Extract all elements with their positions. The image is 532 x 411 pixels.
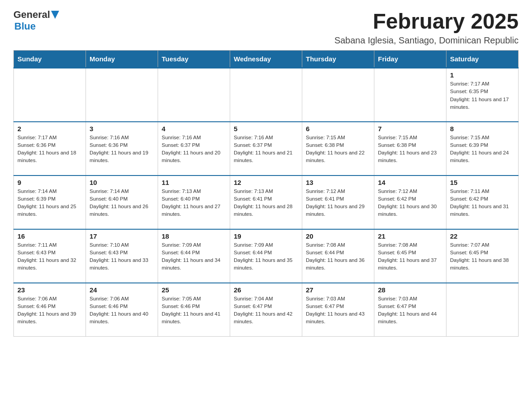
day-info: Sunrise: 7:16 AMSunset: 6:37 PMDaylight:…	[234, 134, 298, 165]
calendar-cell: 7Sunrise: 7:15 AMSunset: 6:38 PMDaylight…	[374, 122, 446, 176]
day-info: Sunrise: 7:14 AMSunset: 6:40 PMDaylight:…	[90, 188, 154, 218]
calendar-cell: 13Sunrise: 7:12 AMSunset: 6:41 PMDayligh…	[302, 176, 374, 229]
weekday-header-friday: Friday	[374, 51, 446, 68]
calendar-cell: 26Sunrise: 7:04 AMSunset: 6:47 PMDayligh…	[230, 283, 302, 337]
day-info: Sunrise: 7:15 AMSunset: 6:39 PMDaylight:…	[450, 134, 515, 165]
calendar-cell: 11Sunrise: 7:13 AMSunset: 6:40 PMDayligh…	[158, 176, 230, 229]
day-info: Sunrise: 7:15 AMSunset: 6:38 PMDaylight:…	[306, 134, 370, 165]
day-number: 27	[306, 286, 370, 294]
day-info: Sunrise: 7:08 AMSunset: 6:45 PMDaylight:…	[378, 241, 442, 272]
calendar-cell: 3Sunrise: 7:16 AMSunset: 6:36 PMDaylight…	[86, 122, 158, 176]
calendar-cell: 17Sunrise: 7:10 AMSunset: 6:43 PMDayligh…	[86, 229, 158, 283]
day-info: Sunrise: 7:06 AMSunset: 6:46 PMDaylight:…	[90, 295, 154, 326]
day-info: Sunrise: 7:12 AMSunset: 6:42 PMDaylight:…	[378, 188, 442, 218]
day-number: 22	[450, 232, 515, 240]
calendar-cell: 16Sunrise: 7:11 AMSunset: 6:43 PMDayligh…	[14, 229, 86, 283]
day-number: 25	[162, 286, 226, 294]
day-number: 13	[306, 179, 370, 186]
day-info: Sunrise: 7:05 AMSunset: 6:46 PMDaylight:…	[162, 295, 226, 326]
calendar-week-4: 16Sunrise: 7:11 AMSunset: 6:43 PMDayligh…	[14, 229, 519, 283]
day-info: Sunrise: 7:17 AMSunset: 6:35 PMDaylight:…	[450, 80, 515, 111]
logo: General Blue	[13, 9, 59, 32]
calendar-cell: 19Sunrise: 7:09 AMSunset: 6:44 PMDayligh…	[230, 229, 302, 283]
logo-blue-text: Blue	[14, 21, 36, 32]
day-number: 2	[17, 125, 82, 133]
day-info: Sunrise: 7:14 AMSunset: 6:39 PMDaylight:…	[17, 188, 82, 218]
day-number: 6	[306, 125, 370, 133]
calendar-cell: 18Sunrise: 7:09 AMSunset: 6:44 PMDayligh…	[158, 229, 230, 283]
weekday-header-thursday: Thursday	[302, 51, 374, 68]
calendar-header-row: SundayMondayTuesdayWednesdayThursdayFrid…	[14, 51, 519, 68]
calendar-cell: 10Sunrise: 7:14 AMSunset: 6:40 PMDayligh…	[86, 176, 158, 229]
day-number: 26	[234, 286, 298, 294]
day-info: Sunrise: 7:16 AMSunset: 6:36 PMDaylight:…	[90, 134, 154, 165]
calendar-cell: 5Sunrise: 7:16 AMSunset: 6:37 PMDaylight…	[230, 122, 302, 176]
calendar-cell	[230, 68, 302, 122]
day-number: 18	[162, 232, 226, 240]
day-info: Sunrise: 7:15 AMSunset: 6:38 PMDaylight:…	[378, 134, 442, 165]
calendar-week-5: 23Sunrise: 7:06 AMSunset: 6:46 PMDayligh…	[14, 283, 519, 337]
day-info: Sunrise: 7:09 AMSunset: 6:44 PMDaylight:…	[162, 241, 226, 272]
day-info: Sunrise: 7:11 AMSunset: 6:42 PMDaylight:…	[450, 188, 515, 218]
calendar-cell: 9Sunrise: 7:14 AMSunset: 6:39 PMDaylight…	[14, 176, 86, 229]
logo-triangle-icon	[51, 11, 59, 19]
calendar-cell: 22Sunrise: 7:07 AMSunset: 6:45 PMDayligh…	[446, 229, 519, 283]
day-number: 3	[90, 125, 154, 133]
calendar-cell	[446, 283, 519, 337]
day-number: 20	[306, 232, 370, 240]
day-number: 17	[90, 232, 154, 240]
calendar-cell: 20Sunrise: 7:08 AMSunset: 6:44 PMDayligh…	[302, 229, 374, 283]
day-number: 16	[17, 232, 82, 240]
day-number: 4	[162, 125, 226, 133]
day-info: Sunrise: 7:06 AMSunset: 6:46 PMDaylight:…	[17, 295, 82, 326]
calendar-cell: 14Sunrise: 7:12 AMSunset: 6:42 PMDayligh…	[374, 176, 446, 229]
day-info: Sunrise: 7:04 AMSunset: 6:47 PMDaylight:…	[234, 295, 298, 326]
logo-general-text: General	[13, 9, 50, 21]
weekday-header-sunday: Sunday	[14, 51, 86, 68]
calendar-cell: 12Sunrise: 7:13 AMSunset: 6:41 PMDayligh…	[230, 176, 302, 229]
day-info: Sunrise: 7:11 AMSunset: 6:43 PMDaylight:…	[17, 241, 82, 272]
calendar-cell: 4Sunrise: 7:16 AMSunset: 6:37 PMDaylight…	[158, 122, 230, 176]
day-number: 14	[378, 179, 442, 186]
calendar-cell: 23Sunrise: 7:06 AMSunset: 6:46 PMDayligh…	[14, 283, 86, 337]
calendar-cell: 6Sunrise: 7:15 AMSunset: 6:38 PMDaylight…	[302, 122, 374, 176]
day-number: 28	[378, 286, 442, 294]
weekday-header-monday: Monday	[86, 51, 158, 68]
calendar-cell	[158, 68, 230, 122]
day-number: 1	[450, 71, 515, 79]
day-info: Sunrise: 7:03 AMSunset: 6:47 PMDaylight:…	[306, 295, 370, 326]
day-info: Sunrise: 7:03 AMSunset: 6:47 PMDaylight:…	[378, 295, 442, 326]
day-info: Sunrise: 7:13 AMSunset: 6:40 PMDaylight:…	[162, 188, 226, 218]
logo-icon	[51, 11, 59, 19]
day-info: Sunrise: 7:09 AMSunset: 6:44 PMDaylight:…	[234, 241, 298, 272]
calendar-cell: 27Sunrise: 7:03 AMSunset: 6:47 PMDayligh…	[302, 283, 374, 337]
day-number: 12	[234, 179, 298, 186]
calendar-cell: 1Sunrise: 7:17 AMSunset: 6:35 PMDaylight…	[446, 68, 519, 122]
svg-marker-0	[51, 11, 59, 19]
calendar-cell	[14, 68, 86, 122]
day-number: 7	[378, 125, 442, 133]
day-info: Sunrise: 7:10 AMSunset: 6:43 PMDaylight:…	[90, 241, 154, 272]
calendar-cell	[302, 68, 374, 122]
page-subtitle: Sabana Iglesia, Santiago, Dominican Repu…	[335, 35, 519, 46]
calendar-cell: 25Sunrise: 7:05 AMSunset: 6:46 PMDayligh…	[158, 283, 230, 337]
calendar-cell: 2Sunrise: 7:17 AMSunset: 6:36 PMDaylight…	[14, 122, 86, 176]
day-number: 8	[450, 125, 515, 133]
day-info: Sunrise: 7:17 AMSunset: 6:36 PMDaylight:…	[17, 134, 82, 165]
day-info: Sunrise: 7:12 AMSunset: 6:41 PMDaylight:…	[306, 188, 370, 218]
weekday-header-wednesday: Wednesday	[230, 51, 302, 68]
day-number: 24	[90, 286, 154, 294]
calendar-table: SundayMondayTuesdayWednesdayThursdayFrid…	[13, 50, 519, 337]
calendar-cell: 28Sunrise: 7:03 AMSunset: 6:47 PMDayligh…	[374, 283, 446, 337]
day-number: 21	[378, 232, 442, 240]
calendar-cell	[86, 68, 158, 122]
day-info: Sunrise: 7:13 AMSunset: 6:41 PMDaylight:…	[234, 188, 298, 218]
day-number: 19	[234, 232, 298, 240]
calendar-week-2: 2Sunrise: 7:17 AMSunset: 6:36 PMDaylight…	[14, 122, 519, 176]
calendar-cell: 8Sunrise: 7:15 AMSunset: 6:39 PMDaylight…	[446, 122, 519, 176]
page-title: February 2025	[335, 9, 519, 34]
weekday-header-tuesday: Tuesday	[158, 51, 230, 68]
title-area: February 2025 Sabana Iglesia, Santiago, …	[335, 9, 519, 46]
day-number: 23	[17, 286, 82, 294]
day-number: 10	[90, 179, 154, 186]
